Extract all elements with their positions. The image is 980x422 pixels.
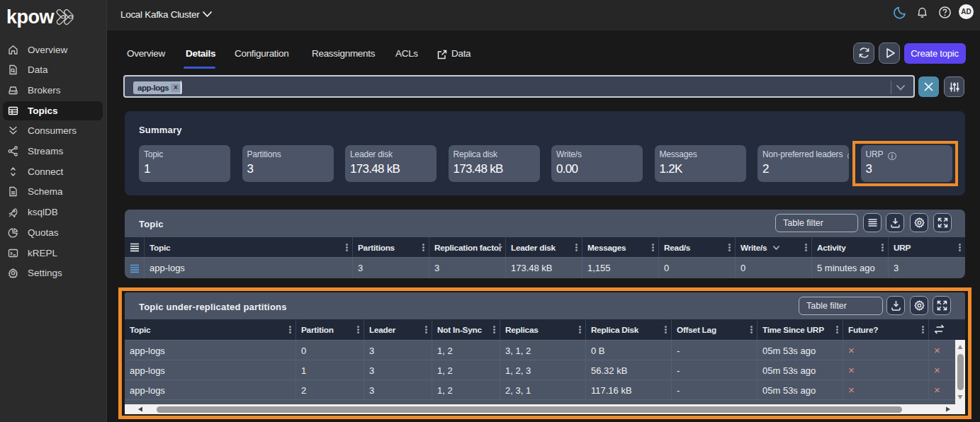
svg-text:kpow: kpow [6, 6, 55, 28]
